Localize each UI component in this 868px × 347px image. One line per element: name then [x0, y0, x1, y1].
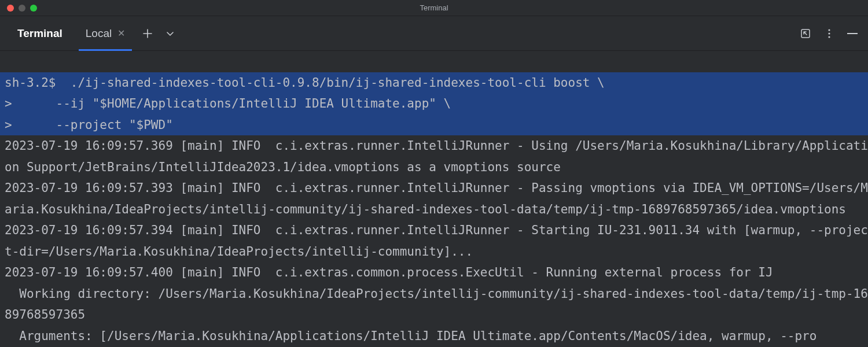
tab-terminal-label: Terminal	[17, 27, 62, 40]
window-minimize-button[interactable]	[19, 5, 25, 12]
window-zoom-button[interactable]	[30, 5, 37, 12]
svg-point-1	[828, 29, 830, 31]
svg-point-3	[828, 36, 830, 38]
kebab-icon	[824, 28, 834, 39]
chevron-down-icon	[165, 29, 175, 38]
traffic-lights	[0, 5, 37, 12]
svg-point-2	[828, 32, 830, 34]
tab-terminal[interactable]: Terminal	[6, 16, 74, 51]
minimize-icon	[847, 33, 858, 34]
log-line: 2023-07-19 16:09:57.369 [main] INFO c.i.…	[0, 135, 868, 178]
log-line: 2023-07-19 16:09:57.394 [main] INFO c.i.…	[0, 220, 868, 262]
tab-close-icon[interactable]: ✕	[117, 28, 125, 39]
plus-icon	[142, 28, 153, 39]
popout-icon	[800, 28, 811, 39]
window-titlebar: Terminal	[0, 0, 868, 16]
command-line-2: > --ij "$HOME/Applications/IntelliJ IDEA…	[0, 93, 868, 115]
log-line: Working directory: /Users/Maria.Kosukhin…	[0, 283, 868, 326]
window-close-button[interactable]	[7, 5, 14, 12]
tab-local-label: Local	[86, 27, 112, 40]
command-line-3: > --project "$PWD"	[0, 115, 868, 136]
tab-local[interactable]: Local ✕	[74, 16, 137, 51]
log-line: Arguments: [/Users/Maria.Kosukhina/Appli…	[0, 326, 868, 347]
window-title: Terminal	[0, 3, 868, 12]
log-line: 2023-07-19 16:09:57.393 [main] INFO c.i.…	[0, 178, 868, 220]
popout-button[interactable]	[800, 28, 811, 39]
new-tab-button[interactable]	[142, 28, 153, 39]
tab-bar: Terminal Local ✕	[0, 16, 868, 51]
terminal-output[interactable]: sh-3.2$ ./ij-shared-indexes-tool-cli-0.9…	[0, 51, 868, 347]
log-line: 2023-07-19 16:09:57.400 [main] INFO c.i.…	[0, 262, 868, 283]
hide-panel-button[interactable]	[847, 33, 858, 34]
more-options-button[interactable]	[824, 28, 834, 39]
tab-dropdown-button[interactable]	[165, 29, 175, 38]
command-line-1: sh-3.2$ ./ij-shared-indexes-tool-cli-0.9…	[0, 72, 868, 94]
